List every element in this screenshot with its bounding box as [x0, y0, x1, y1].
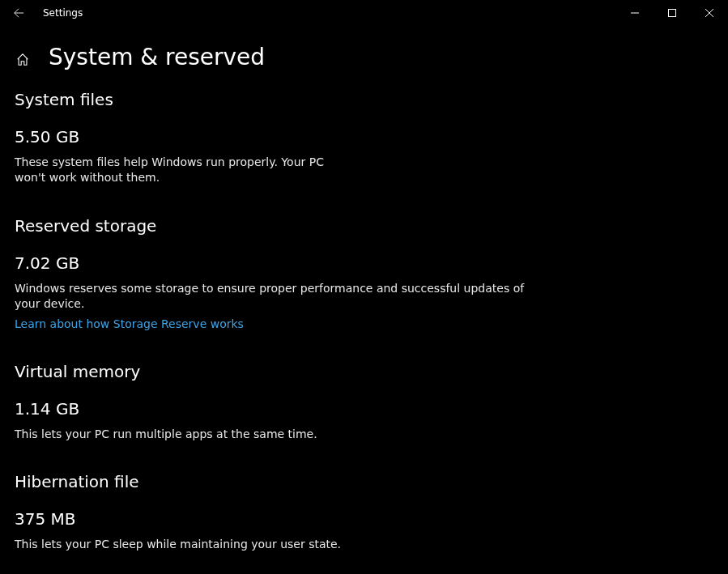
reserved-storage-value: 7.02 GB	[15, 253, 713, 273]
system-files-desc: These system files help Windows run prop…	[15, 155, 355, 185]
minimize-icon	[631, 9, 639, 17]
window-title: Settings	[43, 7, 83, 19]
virtual-memory-value: 1.14 GB	[15, 399, 713, 419]
section-heading: Virtual memory	[15, 362, 713, 381]
arrow-left-icon	[13, 7, 24, 19]
hibernation-file-desc: This lets your PC sleep while maintainin…	[15, 537, 533, 552]
window-controls	[616, 0, 728, 26]
system-files-value: 5.50 GB	[15, 127, 713, 147]
section-heading: System files	[15, 90, 713, 109]
back-button[interactable]	[0, 0, 36, 26]
section-heading: Reserved storage	[15, 216, 713, 236]
close-icon	[705, 9, 713, 17]
minimize-button[interactable]	[616, 0, 653, 26]
content-area: System files 5.50 GB These system files …	[0, 82, 728, 552]
section-heading: Hibernation file	[15, 472, 713, 491]
section-virtual-memory: Virtual memory 1.14 GB This lets your PC…	[15, 362, 713, 442]
reserved-storage-desc: Windows reserves some storage to ensure …	[15, 281, 533, 312]
storage-reserve-link[interactable]: Learn about how Storage Reserve works	[15, 317, 244, 330]
page-header: System & reserved	[0, 26, 728, 82]
page-title: System & reserved	[49, 44, 265, 70]
home-button[interactable]	[15, 52, 31, 68]
maximize-button[interactable]	[653, 0, 691, 26]
maximize-icon	[668, 9, 676, 17]
section-reserved-storage: Reserved storage 7.02 GB Windows reserve…	[15, 216, 713, 331]
virtual-memory-desc: This lets your PC run multiple apps at t…	[15, 427, 533, 442]
svg-rect-1	[669, 10, 676, 17]
section-system-files: System files 5.50 GB These system files …	[15, 90, 713, 185]
section-hibernation-file: Hibernation file 375 MB This lets your P…	[15, 472, 713, 552]
close-button[interactable]	[691, 0, 728, 26]
titlebar: Settings	[0, 0, 728, 26]
home-icon	[15, 53, 30, 67]
hibernation-file-value: 375 MB	[15, 509, 713, 529]
